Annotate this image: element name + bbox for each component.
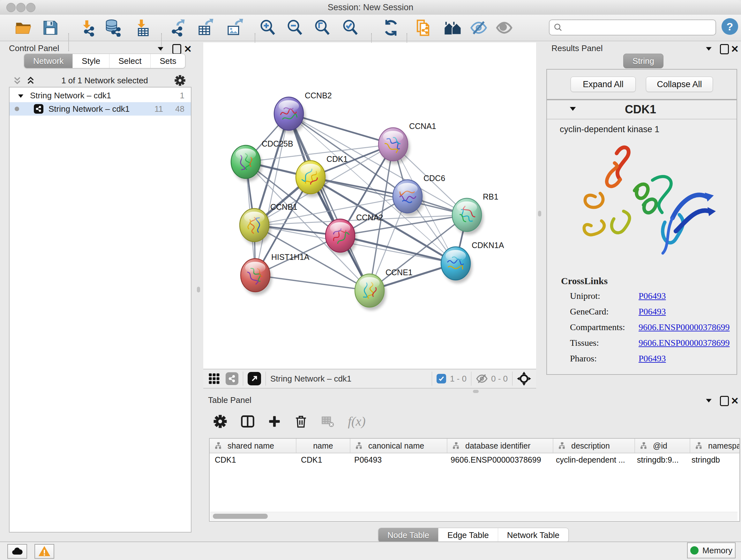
table-row[interactable]: CDK1CDK1P064939606.ENSP00000378699cyclin…: [210, 453, 739, 466]
table-panel-float-button[interactable]: [720, 396, 729, 408]
network-node-HIST1H1A[interactable]: HIST1H1A: [241, 253, 310, 295]
network-canvas[interactable]: CCNB2CCNA1CDC25BCDK1CDC6RB1CCNB1CCNA2CDK…: [203, 43, 536, 369]
collapse-all-button[interactable]: Collapse All: [646, 77, 713, 92]
network-node-CDKN1A[interactable]: CDKN1A: [441, 241, 504, 283]
refresh-view-button[interactable]: [382, 18, 400, 37]
results-panel-menu-icon[interactable]: [705, 47, 712, 52]
table-cell[interactable]: CDK1: [210, 453, 296, 466]
table-cell[interactable]: stringdb: [686, 453, 739, 466]
control-panel-menu-icon[interactable]: [157, 47, 164, 52]
memory-button[interactable]: Memory: [687, 543, 736, 558]
save-session-button[interactable]: [41, 18, 60, 37]
table-settings-gear-icon[interactable]: [213, 415, 227, 428]
tab-select[interactable]: Select: [109, 54, 150, 68]
tab-style[interactable]: Style: [72, 54, 109, 68]
table-cell[interactable]: stringdb:9...: [632, 453, 686, 466]
crosslink-link[interactable]: P06493: [638, 307, 666, 317]
network-edge-CCNB2-HIST1H1A[interactable]: [255, 114, 289, 275]
tab-sets[interactable]: Sets: [150, 54, 185, 68]
import-network-database-button[interactable]: [104, 18, 122, 37]
hide-selected-button[interactable]: [469, 18, 488, 37]
add-column-icon[interactable]: [268, 415, 281, 428]
grid-view-icon[interactable]: [208, 373, 220, 384]
current-network-dot-icon: [15, 107, 19, 111]
network-node-RB1[interactable]: RB1: [452, 192, 498, 235]
column-header-description[interactable]: description: [553, 439, 635, 453]
show-all-button[interactable]: [495, 18, 514, 37]
tab-edge-table[interactable]: Edge Table: [438, 528, 498, 542]
network-edge-HIST1H1A-CCNE1[interactable]: [255, 275, 369, 291]
zoom-fit-button[interactable]: [313, 18, 332, 37]
bottom-splitter-handle[interactable]: [473, 390, 479, 393]
network-row[interactable]: String Network – cdk1 11 48: [10, 102, 191, 116]
show-columns-icon[interactable]: [241, 415, 255, 428]
tab-node-table[interactable]: Node Table: [379, 528, 438, 542]
network-collection-row[interactable]: String Network – cdk1 1: [10, 89, 191, 102]
column-header-name[interactable]: name: [296, 439, 350, 453]
entry-collapse-icon[interactable]: [569, 107, 576, 112]
selected-checkbox-icon[interactable]: [436, 374, 446, 383]
zoom-out-button[interactable]: [286, 18, 304, 37]
column-label: @id: [653, 441, 667, 450]
table-panel-menu-icon[interactable]: [705, 398, 712, 404]
network-node-CCNE1[interactable]: CCNE1: [355, 268, 413, 310]
network-node-CCNB2[interactable]: CCNB2: [274, 91, 332, 133]
results-panel-close-button[interactable]: ✕: [731, 44, 739, 55]
duplicate-network-button[interactable]: [415, 18, 433, 37]
table-cell[interactable]: 9606.ENSP00000378699: [446, 453, 551, 466]
left-splitter-handle[interactable]: [197, 287, 200, 293]
status-bar: [0, 542, 741, 560]
crosslink-link[interactable]: P06493: [638, 291, 666, 301]
crosslink-link[interactable]: 9606.ENSP00000378699: [638, 338, 730, 348]
selected-count: 1 - 0: [450, 374, 467, 384]
crosslink-link[interactable]: 9606.ENSP00000378699: [638, 322, 730, 332]
table-panel-close-button[interactable]: ✕: [731, 395, 739, 407]
column-header-namespace[interactable]: namespace: [690, 439, 740, 453]
hidden-eye-slash-icon[interactable]: [476, 373, 488, 385]
export-network-button[interactable]: [170, 18, 188, 37]
control-panel-close-button[interactable]: ✕: [184, 44, 192, 55]
results-panel-float-button[interactable]: [720, 44, 729, 56]
eye-slash-icon: [470, 19, 488, 37]
warning-status-button[interactable]: [35, 544, 54, 559]
crosslink-link[interactable]: P06493: [638, 354, 666, 364]
column-header-@id[interactable]: @id: [635, 439, 690, 453]
detach-view-icon[interactable]: [248, 372, 261, 385]
tab-string[interactable]: String: [623, 54, 664, 68]
search-input[interactable]: [549, 19, 716, 36]
delete-column-trash-icon[interactable]: [294, 415, 308, 428]
right-splitter-handle[interactable]: [538, 211, 541, 216]
export-image-button[interactable]: [226, 18, 244, 37]
export-table-button[interactable]: [197, 18, 215, 37]
column-header-shared-name[interactable]: shared name: [210, 439, 296, 453]
tab-network[interactable]: Network: [24, 54, 72, 68]
network-node-CDC6[interactable]: CDC6: [393, 174, 445, 216]
tab-network-table[interactable]: Network Table: [498, 528, 568, 542]
cloud-status-button[interactable]: [7, 544, 27, 559]
network-options-gear-icon[interactable]: [174, 75, 186, 86]
table-cell[interactable]: P06493: [349, 453, 446, 466]
import-table-file-button[interactable]: [132, 18, 151, 37]
import-network-file-button[interactable]: [77, 18, 96, 37]
node-label: CCNB1: [270, 202, 297, 211]
zoom-in-button[interactable]: [259, 18, 277, 37]
table-cell[interactable]: cyclin-dependent ...: [551, 453, 632, 466]
open-session-button[interactable]: [14, 18, 32, 37]
help-button[interactable]: ?: [722, 18, 738, 35]
expand-all-networks-icon[interactable]: [26, 76, 35, 85]
collapse-all-networks-icon[interactable]: [13, 76, 22, 85]
string-home-button[interactable]: [444, 18, 462, 37]
network-edge-CCNB2-CCNE1[interactable]: [289, 114, 369, 291]
table-horizontal-scrollbar[interactable]: [210, 512, 738, 520]
protein-entry-header[interactable]: CDK1: [547, 100, 737, 119]
column-header-canonical-name[interactable]: canonical name: [350, 439, 448, 453]
results-panel-title: Results Panel: [551, 44, 603, 53]
zoom-selected-button[interactable]: [341, 18, 360, 37]
column-header-database-identifier[interactable]: database identifier: [448, 439, 553, 453]
network-badge-icon[interactable]: [226, 372, 239, 385]
birdseye-navigator-icon[interactable]: [517, 372, 531, 386]
expand-all-button[interactable]: Expand All: [570, 77, 636, 92]
scrollbar-thumb[interactable]: [213, 514, 268, 519]
collection-expand-icon[interactable]: [17, 91, 24, 101]
table-cell[interactable]: CDK1: [296, 453, 349, 466]
